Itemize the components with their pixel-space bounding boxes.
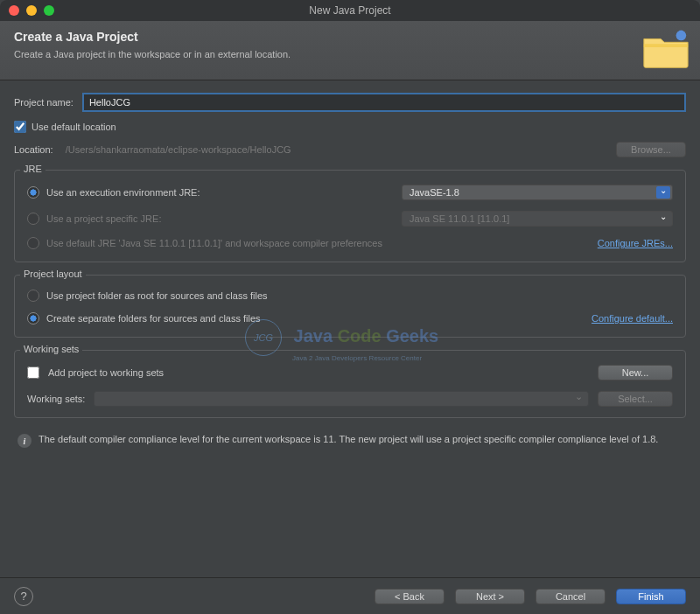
layout-separate-label: Create separate folders for sources and … [46,313,261,324]
maximize-icon[interactable] [44,5,54,16]
working-sets-select [94,391,589,407]
jre-project-specific-radio[interactable] [27,213,39,225]
project-layout-legend: Project layout [20,269,86,279]
location-value: /Users/shankarraomata/eclipse-workspace/… [62,144,607,155]
project-layout-group: Project layout Use project folder as roo… [14,275,686,338]
configure-default-link[interactable]: Configure default... [592,313,673,324]
location-label: Location: [14,144,53,155]
next-button[interactable]: Next > [455,589,525,604]
project-name-label: Project name: [14,97,74,108]
info-text: The default compiler compliance level fo… [38,434,658,444]
working-sets-group: Working sets Add project to working sets… [14,350,686,418]
title-bar: New Java Project [0,0,700,21]
jre-project-specific-label: Use a project specific JRE: [46,213,161,224]
configure-jres-link[interactable]: Configure JREs... [598,238,673,248]
use-default-location-checkbox[interactable] [14,121,26,133]
browse-button[interactable]: Browse... [616,142,686,157]
jre-group: JRE Use an execution environment JRE: Ja… [14,170,686,262]
layout-separate-radio[interactable] [27,312,39,324]
jre-default-radio[interactable] [27,237,39,249]
jre-project-specific-select: Java SE 11.0.1 [11.0.1] [402,211,673,227]
add-working-sets-checkbox[interactable] [27,366,39,379]
project-name-input[interactable] [82,93,686,112]
window-title: New Java Project [0,4,700,17]
new-working-set-button[interactable]: New... [598,365,673,380]
svg-rect-1 [679,31,682,36]
chevron-down-icon [656,213,670,225]
add-working-sets-label: Add project to working sets [48,367,164,378]
jre-exec-env-radio[interactable] [27,186,39,199]
jre-exec-env-label: Use an execution environment JRE: [46,187,200,198]
page-subtitle: Create a Java project in the workspace o… [14,49,686,59]
select-working-set-button[interactable]: Select... [598,391,673,407]
working-sets-label: Working sets: [27,394,85,404]
use-default-location-label: Use default location [32,122,116,132]
layout-root-label: Use project folder as root for sources a… [46,290,268,301]
chevron-down-icon [656,186,670,199]
jre-default-label: Use default JRE 'Java SE 11.0.1 [11.0.1]… [46,238,382,248]
layout-root-radio[interactable] [27,290,39,302]
page-title: Create a Java Project [14,30,686,44]
close-icon[interactable] [9,5,19,16]
window-controls [9,5,54,16]
jre-legend: JRE [20,164,46,174]
cancel-button[interactable]: Cancel [536,589,606,604]
jre-exec-env-select[interactable]: JavaSE-1.8 [402,185,673,200]
folder-icon [640,26,691,73]
help-button[interactable]: ? [14,587,33,606]
back-button[interactable]: < Back [374,589,444,604]
working-sets-legend: Working sets [20,344,82,354]
finish-button[interactable]: Finish [616,589,686,604]
wizard-banner: Create a Java Project Create a Java proj… [0,21,700,80]
wizard-footer: ? < Back Next > Cancel Finish [0,577,700,614]
minimize-icon[interactable] [26,5,37,16]
info-icon: i [18,434,32,448]
